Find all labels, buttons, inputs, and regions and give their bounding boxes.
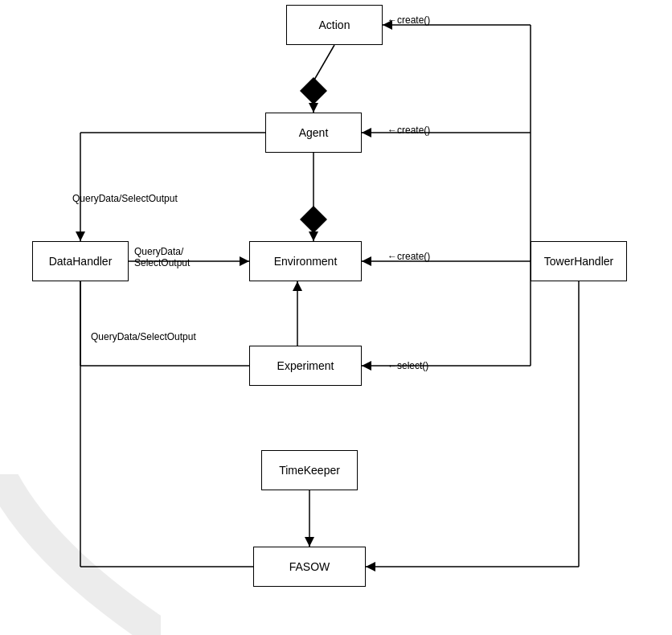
diagram-container: Action Agent Environment DataHandler Tow… <box>0 0 672 635</box>
towerhandler-box: TowerHandler <box>531 241 627 281</box>
query-label-2: QueryData/ <box>134 246 183 257</box>
select-exp-label: ←select() <box>387 360 428 371</box>
environment-box: Environment <box>249 241 362 281</box>
svg-marker-14 <box>362 361 371 371</box>
create-action-label: ←create() <box>387 14 430 26</box>
experiment-label: Experiment <box>277 359 334 372</box>
arrows-svg <box>0 0 672 635</box>
svg-line-0 <box>313 45 334 81</box>
svg-marker-11 <box>362 256 371 266</box>
timekeeper-box: TimeKeeper <box>261 450 358 490</box>
agent-box: Agent <box>265 113 362 153</box>
datahandler-label: DataHandler <box>49 255 113 268</box>
action-label: Action <box>319 18 350 31</box>
query-label-1: QueryData/SelectOutput <box>72 193 178 204</box>
create-agent-label: ←create() <box>387 125 430 136</box>
query-label-3: QueryData/SelectOutput <box>91 331 196 342</box>
fasow-box: FASOW <box>253 547 366 587</box>
action-box: Action <box>286 5 383 45</box>
environment-label: Environment <box>274 255 338 268</box>
svg-marker-32 <box>305 537 314 547</box>
watermark-icon <box>0 474 161 635</box>
svg-marker-20 <box>240 256 249 266</box>
create-env-label: ←create() <box>387 251 430 262</box>
select-output-label: SelectOutput <box>134 257 190 268</box>
diamond1-icon <box>300 77 327 104</box>
datahandler-box: DataHandler <box>32 241 129 281</box>
experiment-box: Experiment <box>249 346 362 386</box>
towerhandler-label: TowerHandler <box>544 255 613 268</box>
agent-label: Agent <box>299 126 329 139</box>
svg-marker-7 <box>362 128 371 137</box>
svg-marker-23 <box>76 231 85 241</box>
diamond2-icon <box>300 206 327 233</box>
timekeeper-label: TimeKeeper <box>279 464 340 477</box>
svg-marker-18 <box>366 562 375 572</box>
svg-marker-25 <box>293 281 302 291</box>
fasow-label: FASOW <box>289 560 330 573</box>
